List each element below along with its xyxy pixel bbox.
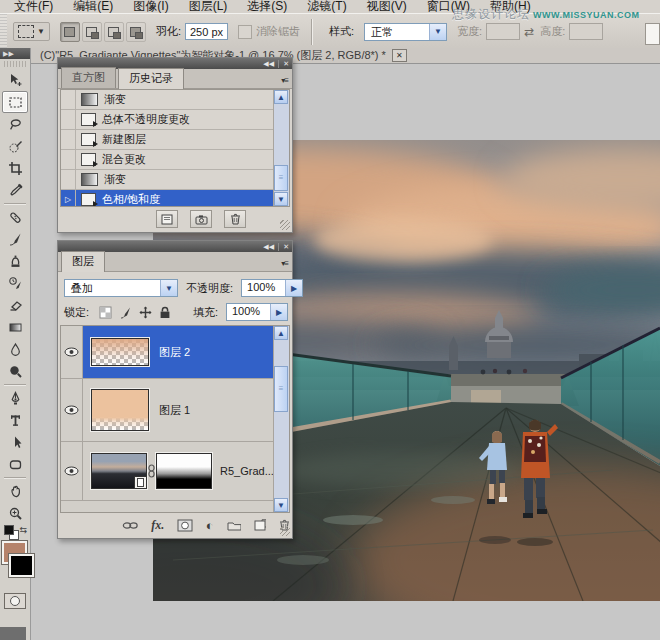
options-bar-grip[interactable] xyxy=(0,14,7,49)
collapse-panel-icon[interactable]: ◀◀ xyxy=(263,60,274,68)
lock-transparency-icon[interactable] xyxy=(99,306,112,319)
menu-image[interactable]: 图像(I) xyxy=(123,0,178,13)
new-selection-button[interactable] xyxy=(60,22,80,42)
feather-input[interactable]: 250 px xyxy=(185,23,228,40)
menu-help[interactable]: 帮助(H) xyxy=(480,0,541,13)
panel-resize-grip[interactable] xyxy=(280,526,290,536)
document-close-button[interactable]: ✕ xyxy=(392,49,407,62)
new-document-from-state-button[interactable] xyxy=(156,210,178,228)
visibility-toggle[interactable] xyxy=(61,326,83,378)
crop-tool[interactable] xyxy=(2,157,28,179)
blend-mode-dropdown[interactable]: 叠加 ▼ xyxy=(64,279,178,297)
history-source-well[interactable] xyxy=(61,110,76,129)
panel-resize-grip[interactable] xyxy=(280,220,290,230)
layer-style-icon[interactable]: fx. xyxy=(151,518,164,533)
rectangular-marquee-tool[interactable] xyxy=(2,91,28,113)
path-selection-tool[interactable] xyxy=(2,431,28,453)
add-selection-button[interactable] xyxy=(82,22,102,42)
history-source-well[interactable]: ▷ xyxy=(61,190,76,207)
history-scrollbar[interactable]: ▲ ▼ xyxy=(273,90,289,206)
history-source-well[interactable] xyxy=(61,170,76,189)
panel-menu-icon[interactable]: ▾≡ xyxy=(281,259,288,268)
subtract-selection-button[interactable] xyxy=(104,22,124,42)
link-layers-icon[interactable] xyxy=(122,521,138,530)
menu-select[interactable]: 选择(S) xyxy=(237,0,297,13)
shape-tool[interactable] xyxy=(2,453,28,475)
history-state[interactable]: 新建图层 xyxy=(61,130,289,150)
panel-menu-icon[interactable]: ▾≡ xyxy=(281,76,288,85)
delete-state-button[interactable] xyxy=(224,210,246,228)
layer-thumbnail[interactable] xyxy=(91,389,149,431)
tools-panel-collapse[interactable]: ▶▶ xyxy=(0,48,30,59)
history-state-selected[interactable]: ▷ 色相/饱和度 xyxy=(61,190,289,207)
history-state[interactable]: 渐变 xyxy=(61,90,289,110)
background-color-swatch[interactable] xyxy=(9,554,34,577)
intersect-selection-button[interactable] xyxy=(126,22,146,42)
chevron-right-icon[interactable]: ▶ xyxy=(285,280,302,296)
tool-preset-picker[interactable]: ▼ xyxy=(13,22,50,41)
history-state[interactable]: 混合更改 xyxy=(61,150,289,170)
gradient-tool[interactable] xyxy=(2,316,28,338)
scroll-up-icon[interactable]: ▲ xyxy=(274,90,288,104)
new-snapshot-button[interactable] xyxy=(190,210,212,228)
layer-mask-thumbnail[interactable] xyxy=(156,453,212,489)
close-panel-icon[interactable]: ✕ xyxy=(283,243,289,251)
history-source-well[interactable] xyxy=(61,150,76,169)
hand-tool[interactable] xyxy=(2,480,28,502)
clone-stamp-tool[interactable] xyxy=(2,250,28,272)
quick-selection-tool[interactable] xyxy=(2,135,28,157)
scroll-down-icon[interactable]: ▼ xyxy=(274,192,288,206)
layer-thumbnail[interactable] xyxy=(91,453,147,489)
zoom-tool[interactable] xyxy=(2,502,28,524)
blur-tool[interactable] xyxy=(2,338,28,360)
opacity-field[interactable]: 100% ▶ xyxy=(241,279,303,297)
menu-edit[interactable]: 编辑(E) xyxy=(63,0,123,13)
swap-colors-icon[interactable]: ⇆ xyxy=(19,525,27,535)
scroll-down-icon[interactable]: ▼ xyxy=(274,498,288,512)
chevron-down-icon[interactable]: ▼ xyxy=(160,280,177,296)
layer-name[interactable]: 图层 2 xyxy=(159,345,190,360)
palette-well[interactable] xyxy=(645,23,660,45)
eyedropper-tool[interactable] xyxy=(2,179,28,201)
history-source-well[interactable] xyxy=(61,90,76,109)
add-mask-icon[interactable] xyxy=(177,519,192,532)
layer-row-background[interactable]: R5_Grad... xyxy=(61,442,289,501)
pen-tool[interactable] xyxy=(2,387,28,409)
healing-brush-tool[interactable] xyxy=(2,206,28,228)
history-brush-tool[interactable] xyxy=(2,272,28,294)
history-source-well[interactable] xyxy=(61,130,76,149)
new-group-icon[interactable] xyxy=(227,520,241,531)
history-state[interactable]: 总体不透明度更改 xyxy=(61,110,289,130)
menu-window[interactable]: 窗口(W) xyxy=(417,0,480,13)
new-layer-icon[interactable] xyxy=(254,519,266,531)
tools-panel-grip[interactable] xyxy=(4,61,26,67)
brush-tool[interactable] xyxy=(2,228,28,250)
layer-name[interactable]: R5_Grad... xyxy=(220,465,274,477)
lock-position-icon[interactable] xyxy=(139,306,152,319)
menu-view[interactable]: 视图(V) xyxy=(357,0,417,13)
style-dropdown[interactable]: 正常 ▼ xyxy=(364,23,447,41)
layer-name[interactable]: 图层 1 xyxy=(159,403,190,418)
quick-mask-button[interactable] xyxy=(4,593,26,609)
layers-scrollbar[interactable]: ▲ ▼ xyxy=(273,326,289,512)
antialias-checkbox[interactable] xyxy=(238,25,252,39)
visibility-toggle[interactable] xyxy=(61,379,83,441)
move-tool[interactable] xyxy=(2,69,28,91)
eraser-tool[interactable] xyxy=(2,294,28,316)
collapse-panel-icon[interactable]: ◀◀ xyxy=(263,243,274,251)
burn-tool[interactable] xyxy=(2,360,28,382)
lasso-tool[interactable] xyxy=(2,113,28,135)
lock-pixels-icon[interactable] xyxy=(119,306,132,319)
layer-row-layer1[interactable]: 图层 1 xyxy=(61,379,289,442)
lock-all-icon[interactable] xyxy=(159,306,171,319)
tab-history[interactable]: 历史记录 xyxy=(118,68,184,89)
close-panel-icon[interactable]: ✕ xyxy=(283,60,289,68)
type-tool[interactable] xyxy=(2,409,28,431)
adjustment-layer-icon[interactable]: ◐ xyxy=(206,519,214,532)
default-colors-control[interactable]: ⇆ xyxy=(4,525,28,539)
visibility-toggle[interactable] xyxy=(61,442,83,500)
mask-link-icon[interactable] xyxy=(147,464,156,478)
layer-thumbnail[interactable] xyxy=(91,338,149,366)
tab-histogram[interactable]: 直方图 xyxy=(61,67,116,88)
menu-layer[interactable]: 图层(L) xyxy=(179,0,238,13)
